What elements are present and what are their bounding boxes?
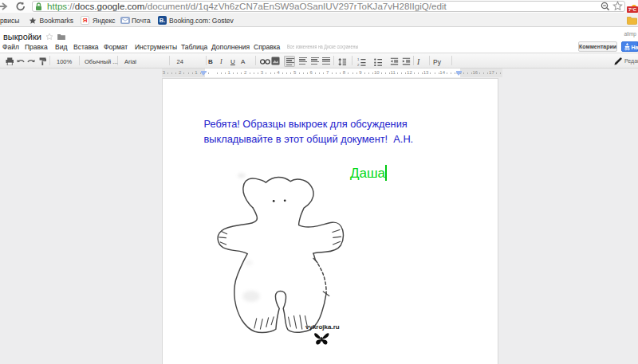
svg-text:2: 2	[357, 62, 360, 66]
svg-text:1: 1	[357, 57, 360, 61]
svg-text:vykrojka.ru: vykrojka.ru	[305, 323, 340, 331]
